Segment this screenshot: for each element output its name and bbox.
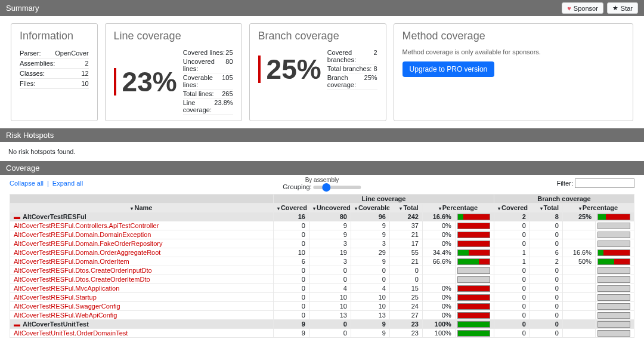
grouping-slider[interactable] <box>314 186 361 189</box>
star-button[interactable]: ★ Star <box>607 2 638 14</box>
branch-coverage-stats: Covered branches:2Total branches:8Branch… <box>327 48 377 90</box>
coverage-bar <box>457 285 490 292</box>
class-link[interactable]: AltCoverTestRESFul.Dtos.CreateOrderItemD… <box>14 276 150 283</box>
branch-pct-cell: 25% <box>562 212 595 221</box>
col-line-pct[interactable]: ▾Percentage <box>422 204 494 212</box>
grouping-by-assembly-label: By assembly <box>283 177 361 183</box>
class-link[interactable]: AltCoverTestRESFul.Dtos.CreateOrderInput… <box>14 267 152 274</box>
col-total[interactable]: ▾Total <box>389 204 422 212</box>
coverable-cell: 4 <box>351 284 389 293</box>
class-link[interactable]: AltCoverTestRESFul.Domain.OrderAggregate… <box>14 249 160 256</box>
coverage-bar <box>457 321 490 328</box>
total-cell: 242 <box>389 212 422 221</box>
btotal-cell: 0 <box>530 293 562 302</box>
class-row: AltCoverTestRESFul.MvcApplication 0 4 4 … <box>10 284 634 293</box>
line-pct-cell: 0% <box>422 284 455 293</box>
uncovered-cell: 0 <box>309 320 351 329</box>
class-link[interactable]: AltCoverTestRESFul.SwaggerConfig <box>14 303 120 310</box>
class-row: AltCoverTestRESFul.Dtos.CreateOrderInput… <box>10 266 634 275</box>
upgrade-button[interactable]: Upgrade to PRO version <box>402 61 495 77</box>
col-empty <box>10 195 274 204</box>
class-link[interactable]: AltCoverTestRESFul.MvcApplication <box>14 285 119 292</box>
coverage-bar <box>597 223 630 229</box>
coverage-bar <box>597 258 630 265</box>
class-row: AltCoverTestRESFul.Domain.FakeOrderRepos… <box>10 239 634 248</box>
coverable-cell: 13 <box>351 311 389 320</box>
stat-key: Line coverage: <box>183 99 215 113</box>
coverage-bar <box>457 241 490 247</box>
coverage-bar <box>597 285 630 292</box>
class-link[interactable]: AltCoverTestRESFul.Startup <box>14 294 97 301</box>
summary-cards: Information Parser:OpenCoverAssemblies:2… <box>0 16 644 128</box>
col-coverable[interactable]: ▾Coverable <box>351 204 389 212</box>
collapse-arrow-icon[interactable]: ▬ <box>14 213 20 220</box>
uncovered-cell: 10 <box>309 293 351 302</box>
total-cell: 25 <box>389 293 422 302</box>
covered-cell: 0 <box>273 284 309 293</box>
col-covered[interactable]: ▾Covered <box>273 204 309 212</box>
branch-pct-cell: 50% <box>562 257 595 266</box>
btotal-cell: 6 <box>530 248 562 257</box>
uncovered-cell: 19 <box>309 248 351 257</box>
bcovered-cell: 0 <box>494 230 530 239</box>
uncovered-cell: 3 <box>309 257 351 266</box>
class-row: AltCoverTestRESFul.Domain.DomainExceptio… <box>10 230 634 239</box>
sponsor-button[interactable]: ♥ Sponsor <box>562 2 603 14</box>
stat-val: 25 <box>225 49 233 56</box>
coverage-bar <box>457 303 490 310</box>
uncovered-cell: 10 <box>309 302 351 311</box>
collapse-all-link[interactable]: Collapse all <box>10 180 44 187</box>
stat-val: 25% <box>364 74 377 88</box>
assembly-row: ▬AltCoverTestRESFul 16 80 96 242 16.6% 2… <box>10 212 634 221</box>
col-uncovered[interactable]: ▾Uncovered <box>309 204 351 212</box>
coverable-cell: 9 <box>351 320 389 329</box>
col-bcovered[interactable]: ▾Covered <box>494 204 530 212</box>
info-key: Classes: <box>20 69 55 79</box>
coverage-bar <box>457 294 490 301</box>
coverable-cell: 9 <box>351 230 389 239</box>
branch-pct-cell <box>562 329 595 338</box>
col-btotal[interactable]: ▾Total <box>530 204 562 212</box>
bcovered-cell: 0 <box>494 266 530 275</box>
line-pct-cell: 100% <box>422 320 455 329</box>
class-row: AltCoverTestRESFul.Controllers.ApiTestCo… <box>10 221 634 230</box>
col-name[interactable]: ▾Name <box>10 204 274 212</box>
collapse-arrow-icon[interactable]: ▬ <box>14 320 20 328</box>
line-pct-cell: 0% <box>422 302 455 311</box>
branch-pct-cell <box>562 311 595 320</box>
stat-key: Branch coverage: <box>327 74 364 88</box>
bcovered-cell: 2 <box>494 212 530 221</box>
class-link[interactable]: AltCoverTestUnitTest.OrderDomainTest <box>14 329 128 337</box>
total-cell: 0 <box>389 266 422 275</box>
class-link[interactable]: AltCoverTestRESFul.WebApiConfig <box>14 312 117 319</box>
coverage-bar <box>457 258 490 265</box>
class-link[interactable]: AltCoverTestRESFul.Domain.OrderItem <box>14 258 129 265</box>
col-branch-pct[interactable]: ▾Percentage <box>562 204 634 212</box>
stat-val: 265 <box>222 90 233 97</box>
covered-cell: 0 <box>273 275 309 284</box>
filter-input[interactable] <box>575 178 634 188</box>
method-coverage-title: Method coverage <box>402 30 624 42</box>
line-coverage-pct: 23% <box>114 68 177 95</box>
assembly-name: AltCoverTestUnitTest <box>23 320 89 328</box>
information-card: Information Parser:OpenCoverAssemblies:2… <box>11 23 98 121</box>
class-link[interactable]: AltCoverTestRESFul.Domain.FakeOrderRepos… <box>14 240 162 247</box>
coverable-cell: 0 <box>351 266 389 275</box>
class-row: AltCoverTestRESFul.Startup 0 10 10 25 0%… <box>10 293 634 302</box>
expand-all-link[interactable]: Expand all <box>52 180 83 187</box>
bcovered-cell: 0 <box>494 302 530 311</box>
bcovered-cell: 0 <box>494 311 530 320</box>
class-link[interactable]: AltCoverTestRESFul.Domain.DomainExceptio… <box>14 231 151 238</box>
class-link[interactable]: AltCoverTestRESFul.Controllers.ApiTestCo… <box>14 222 159 229</box>
btotal-cell: 2 <box>530 257 562 266</box>
method-coverage-text: Method coverage is only available for sp… <box>402 48 624 56</box>
coverage-bar <box>597 241 630 247</box>
total-cell: 21 <box>389 257 422 266</box>
class-row: AltCoverTestRESFul.SwaggerConfig 0 10 10… <box>10 302 634 311</box>
branch-pct-cell <box>562 284 595 293</box>
btotal-cell: 0 <box>530 266 562 275</box>
line-coverage-card: Line coverage 23% Covered lines:25Uncove… <box>105 23 242 121</box>
page-title: Summary <box>6 4 39 13</box>
coverage-bar <box>597 214 630 220</box>
slider-thumb-icon[interactable] <box>323 183 331 192</box>
